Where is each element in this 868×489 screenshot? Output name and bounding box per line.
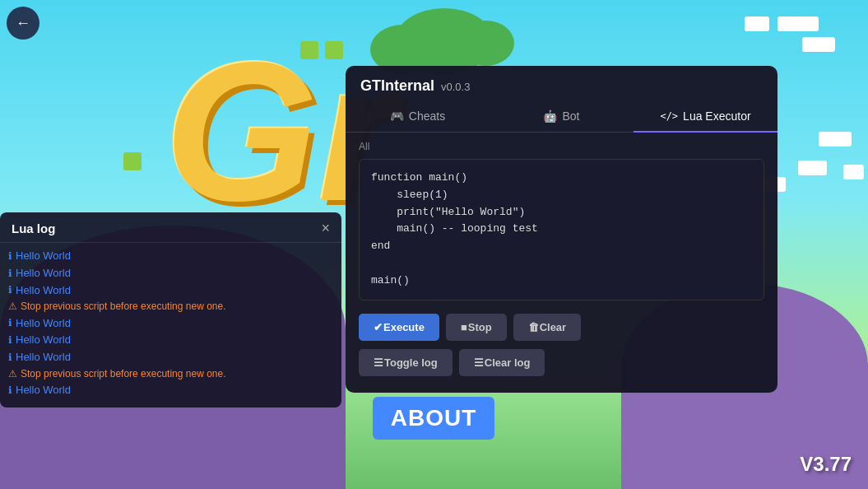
lua-log-title: Lua log	[12, 221, 55, 235]
log-entry: ℹHello World	[8, 382, 333, 399]
code-editor[interactable]: function main() sleep(1) print("Hello Wo…	[359, 159, 764, 300]
log-text: Hello World	[16, 248, 71, 265]
panel-version: v0.0.3	[441, 81, 470, 93]
back-icon: ←	[16, 15, 30, 32]
log-text: Hello World	[16, 349, 71, 366]
stop-button[interactable]: ■ Stop	[446, 314, 507, 341]
execute-label: Execute	[383, 321, 425, 333]
tab-lua-executor[interactable]: </> Lua Executor	[634, 101, 777, 133]
platform-block-4	[819, 132, 852, 147]
info-icon: ℹ	[8, 315, 12, 331]
log-entry: ℹHello World	[8, 248, 333, 265]
log-entry: ℹHello World	[8, 265, 333, 282]
info-icon: ℹ	[8, 383, 12, 398]
log-buttons-row: ☰ Toggle log ☰ Clear log	[346, 349, 777, 376]
platform-block-3	[802, 37, 835, 52]
info-icon: ℹ	[8, 333, 12, 348]
green-block-2	[325, 41, 343, 59]
version-badge: V3.77	[800, 453, 852, 476]
tab-cheats-label: Cheats	[409, 109, 445, 123]
toggle-log-label: Toggle log	[384, 356, 438, 369]
panel-header: GTInternal v0.0.3	[346, 66, 777, 95]
info-icon: ℹ	[8, 282, 12, 298]
lua-log-panel: Lua log × ℹHello WorldℹHello WorldℹHello…	[0, 212, 341, 408]
tab-bot-label: Bot	[562, 109, 579, 123]
log-entry: ℹHello World	[8, 349, 333, 366]
log-entry: ℹHello World	[8, 332, 333, 349]
log-text: Hello World	[16, 282, 71, 300]
clear-log-button[interactable]: ☰ Clear log	[459, 349, 545, 376]
cheats-icon: 🎮	[390, 109, 404, 123]
log-text: Hello World	[16, 382, 71, 399]
stop-label: Stop	[468, 321, 492, 333]
clear-label: Clear	[540, 321, 567, 333]
log-text: Hello World	[16, 332, 71, 349]
platform-block-5	[798, 161, 827, 175]
main-panel: GTInternal v0.0.3 🎮 Cheats 🤖 Bot </> Lua…	[346, 66, 777, 393]
log-text: Stop previous script before executing ne…	[21, 366, 225, 382]
execute-button[interactable]: ✔ Execute	[359, 314, 439, 341]
log-text: Hello World	[16, 265, 71, 282]
cloud-decoration	[395, 8, 494, 74]
clear-log-label: Clear log	[485, 356, 531, 369]
info-icon: ℹ	[8, 249, 12, 264]
toggle-log-icon: ☰	[374, 356, 383, 369]
panel-title: GTInternal	[360, 77, 434, 95]
stop-icon: ■	[461, 321, 467, 333]
log-text: Stop previous script before executing ne…	[21, 299, 225, 314]
info-icon: ℹ	[8, 350, 12, 366]
clear-button[interactable]: 🗑 Clear	[513, 314, 582, 341]
toggle-log-button[interactable]: ☰ Toggle log	[359, 349, 453, 376]
back-button[interactable]: ←	[7, 7, 39, 40]
lua-icon: </>	[660, 110, 678, 122]
log-text: Hello World	[16, 315, 71, 333]
warning-icon: ⚠	[8, 366, 17, 382]
tab-cheats[interactable]: 🎮 Cheats	[346, 101, 490, 133]
tab-bot[interactable]: 🤖 Bot	[490, 101, 634, 133]
log-entry: ℹHello World	[8, 282, 333, 300]
filter-label: All	[359, 141, 764, 152]
platform-block-2	[745, 16, 769, 31]
log-entry: ⚠Stop previous script before executing n…	[8, 299, 333, 314]
tabs-container: 🎮 Cheats 🤖 Bot </> Lua Executor	[346, 101, 777, 133]
execute-icon: ✔	[374, 321, 383, 333]
action-buttons-row: ✔ Execute ■ Stop 🗑 Clear	[346, 314, 777, 341]
log-entry: ⚠Stop previous script before executing n…	[8, 366, 333, 382]
lua-log-close-button[interactable]: ×	[321, 221, 330, 235]
lua-log-header: Lua log ×	[0, 212, 341, 243]
log-entry: ℹHello World	[8, 315, 333, 333]
warning-icon: ⚠	[8, 299, 17, 314]
bot-icon: 🤖	[543, 109, 557, 123]
platform-block-1	[777, 16, 819, 31]
tab-lua-label: Lua Executor	[683, 109, 751, 123]
about-button[interactable]: About	[373, 397, 494, 440]
clear-log-icon: ☰	[474, 356, 484, 369]
lua-log-content: ℹHello WorldℹHello WorldℹHello World⚠Sto…	[0, 243, 341, 408]
platform-block-6	[843, 165, 864, 179]
green-block-3	[123, 152, 142, 170]
content-area: All function main() sleep(1) print("Hell…	[346, 133, 777, 305]
clear-icon: 🗑	[528, 321, 539, 333]
green-block-1	[300, 41, 318, 59]
info-icon: ℹ	[8, 266, 12, 282]
